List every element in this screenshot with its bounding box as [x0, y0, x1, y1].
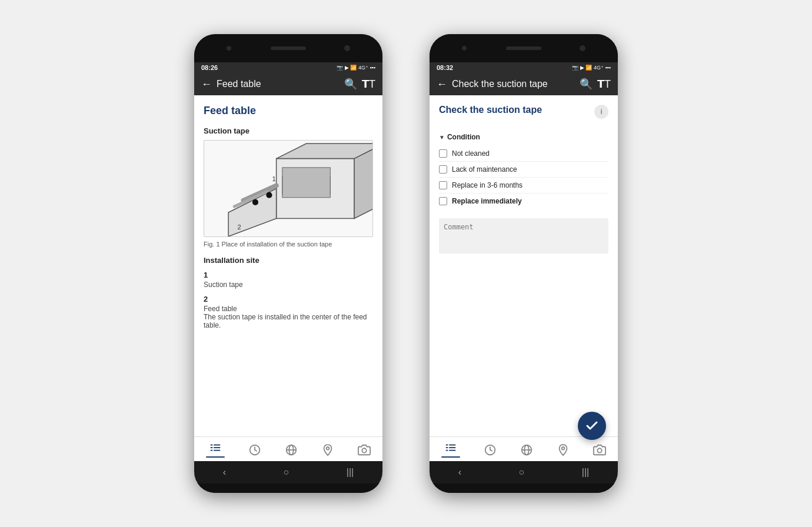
svg-point-7: [252, 199, 258, 205]
top-bezel-left: [194, 34, 382, 62]
status-time-right: 08:32: [437, 64, 453, 71]
svg-rect-16: [214, 447, 220, 448]
nav-toc-right[interactable]: [441, 442, 460, 458]
front-camera-left: [227, 46, 231, 51]
checkbox-not-cleaned: Not cleaned: [439, 146, 608, 162]
checkbox-box-4[interactable]: [439, 197, 447, 205]
svg-rect-29: [446, 450, 448, 451]
status-icons-text-left: 📷 ▶ 📶 4G⁺ ▪▪▪: [337, 65, 375, 71]
sys-recents-right[interactable]: |||: [582, 467, 589, 478]
sys-home-left[interactable]: ○: [284, 467, 289, 478]
svg-rect-26: [449, 445, 455, 446]
svg-point-8: [266, 192, 272, 198]
nav-globe-right[interactable]: [520, 443, 533, 456]
status-icons-right: 📷 ▶ 📶 4G⁺ ▪▪▪: [572, 65, 611, 71]
app-bar-right: ← Check the suction tape 🔍 𝗧T: [430, 73, 618, 95]
machine-illustration: 2 1: [204, 140, 373, 237]
svg-rect-25: [446, 445, 448, 446]
app-bar-left: ← Feed table 🔍 𝗧T: [194, 73, 382, 95]
item-num-1: 1: [204, 271, 373, 279]
checkbox-label-4: Replace immediately: [452, 197, 522, 205]
content-right: Check the suction tape i ▼ Condition Not…: [430, 95, 618, 436]
phone-left: 08:26 📷 ▶ 📶 4G⁺ ▪▪▪ ← Feed table 🔍 𝗧T Fe…: [194, 34, 382, 493]
speaker-left: [271, 46, 306, 50]
svg-rect-30: [449, 450, 455, 451]
checkbox-replace-immediately: Replace immediately: [439, 194, 608, 209]
condition-section: ▼ Condition Not cleaned Lack of maintena…: [439, 133, 608, 209]
svg-point-23: [327, 446, 330, 449]
speaker-right: [506, 46, 541, 50]
item-text-2: Feed tableThe suction tape is installed …: [204, 305, 373, 329]
status-icons-text-right: 📷 ▶ 📶 4G⁺ ▪▪▪: [572, 65, 611, 71]
sys-back-right[interactable]: ‹: [458, 467, 461, 478]
svg-point-24: [362, 448, 366, 452]
install-title: Installation site: [204, 256, 373, 265]
phone-right: 08:32 📷 ▶ 📶 4G⁺ ▪▪▪ ← Check the suction …: [430, 34, 618, 493]
checkbox-box-3[interactable]: [439, 181, 447, 189]
checkbox-box-2[interactable]: [439, 165, 447, 174]
app-bar-title-right: Check the suction tape: [452, 79, 575, 89]
screen-right: 08:32 📷 ▶ 📶 4G⁺ ▪▪▪ ← Check the suction …: [430, 62, 618, 483]
bottom-bezel-right: [430, 483, 618, 493]
triangle-icon: ▼: [439, 134, 445, 141]
system-nav-left: ‹ ○ |||: [194, 461, 382, 483]
condition-label: Condition: [447, 133, 480, 141]
nav-pin-left[interactable]: [321, 443, 334, 456]
checkbox-label-1: Not cleaned: [452, 149, 490, 158]
font-size-button-right[interactable]: 𝗧T: [597, 78, 611, 91]
svg-rect-28: [449, 447, 455, 448]
page-title-left: Feed table: [204, 105, 373, 117]
checkbox-label-2: Lack of maintenance: [452, 165, 517, 174]
item-num-2: 2: [204, 295, 373, 303]
search-button-right[interactable]: 🔍: [580, 78, 593, 91]
front-camera-right: [462, 46, 467, 51]
condition-header: ▼ Condition: [439, 133, 608, 141]
comment-input[interactable]: [439, 218, 608, 254]
svg-point-35: [562, 446, 565, 449]
sys-back-left[interactable]: ‹: [223, 467, 226, 478]
suction-tape-label: Suction tape: [204, 126, 373, 135]
nav-history-right[interactable]: [484, 443, 497, 456]
checkbox-box-1[interactable]: [439, 149, 447, 158]
svg-rect-13: [211, 445, 213, 446]
svg-rect-18: [214, 450, 220, 451]
fig-caption: Fig. 1 Place of installation of the suct…: [204, 241, 373, 248]
checkbox-replace-3-6: Replace in 3-6 months: [439, 178, 608, 194]
nav-globe-left[interactable]: [285, 443, 298, 456]
svg-text:1: 1: [272, 175, 275, 182]
item-text-1: Suction tape: [204, 281, 373, 289]
svg-rect-14: [214, 445, 220, 446]
nav-camera-right[interactable]: [593, 443, 606, 456]
font-size-button-left[interactable]: 𝗧T: [362, 78, 375, 91]
svg-rect-15: [211, 447, 213, 448]
nav-toc-left[interactable]: [206, 442, 225, 458]
app-bar-title-left: Feed table: [217, 79, 340, 89]
bottom-nav-left: [194, 436, 382, 461]
checkbox-lack-maintenance: Lack of maintenance: [439, 162, 608, 178]
nav-camera-left[interactable]: [358, 443, 371, 456]
confirm-fab-button[interactable]: [578, 412, 606, 440]
svg-point-36: [597, 448, 601, 452]
back-button-left[interactable]: ←: [201, 78, 212, 91]
nav-history-left[interactable]: [248, 443, 261, 456]
status-icons-left: 📷 ▶ 📶 4G⁺ ▪▪▪: [337, 65, 375, 71]
checkbox-label-3: Replace in 3-6 months: [452, 181, 523, 189]
sys-home-right[interactable]: ○: [519, 467, 525, 478]
info-button[interactable]: i: [594, 105, 608, 119]
svg-rect-27: [446, 447, 448, 448]
top-bezel-right: [430, 34, 618, 62]
svg-rect-17: [211, 450, 213, 451]
status-time-left: 08:26: [201, 64, 218, 71]
nav-pin-right[interactable]: [557, 443, 570, 456]
camera-dot-left: [344, 45, 350, 51]
status-bar-left: 08:26 📷 ▶ 📶 4G⁺ ▪▪▪: [194, 62, 382, 73]
camera-dot-right: [580, 45, 585, 51]
search-button-left[interactable]: 🔍: [344, 78, 357, 91]
sys-recents-left[interactable]: |||: [347, 467, 354, 478]
content-left: Feed table Suction tape: [194, 95, 382, 436]
svg-text:2: 2: [237, 224, 241, 231]
page-title-right: Check the suction tape: [439, 105, 594, 115]
status-bar-right: 08:32 📷 ▶ 📶 4G⁺ ▪▪▪: [430, 62, 618, 73]
back-button-right[interactable]: ←: [437, 78, 447, 91]
bottom-bezel-left: [194, 483, 382, 493]
